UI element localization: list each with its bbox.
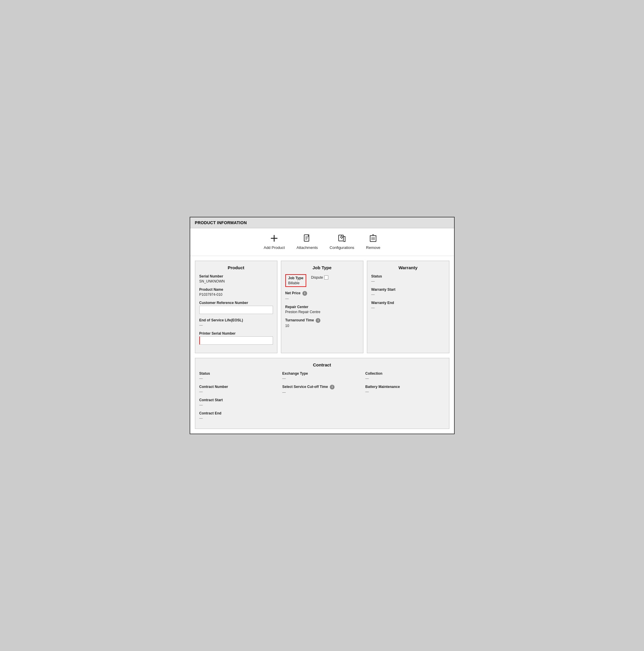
add-product-label: Add Product [263,245,285,250]
contract-section: Contract Status — Contract Number — Cont… [195,358,449,429]
service-cutoff-value: — [282,390,362,395]
contract-end-value: — [199,416,279,420]
configurations-icon [338,234,346,244]
turnaround-value: 10 [285,324,359,328]
job-type-row: Job Type Billable Dispute [285,274,359,287]
repair-center-label: Repair Center [285,305,359,309]
product-name-field: Product Name P1037974-010 [199,287,273,297]
job-type-label: Job Type [288,276,303,280]
service-cutoff-info-icon: i [330,385,334,390]
add-product-icon [270,234,278,244]
printer-serial-label: Printer Serial Number [199,331,273,336]
turnaround-field: Turnaround Time i 10 [285,318,359,328]
contract-col-2: Exchange Type — Select Service Cut-off T… [282,371,362,425]
section-title: PRODUCT INFORMATION [195,220,247,225]
warranty-panel: Warranty Status — Warranty Start — Warra… [367,261,449,353]
svg-point-8 [341,236,343,238]
battery-maintenance-value: — [365,390,445,394]
repair-center-field: Repair Center Preston Repair Centre [285,305,359,314]
add-product-button[interactable]: Add Product [263,234,285,250]
job-type-panel-title: Job Type [285,265,359,270]
product-panel: Product Serial Number SN_UNKNOWN Product… [195,261,278,353]
warranty-end-value: — [371,306,445,310]
product-panel-title: Product [199,265,273,270]
serial-number-field: Serial Number SN_UNKNOWN [199,274,273,283]
net-price-info-icon: i [302,291,307,296]
customer-reference-field: Customer Reference Number [199,301,273,314]
warranty-status-field: Status — [371,274,445,283]
remove-label: Remove [366,245,380,250]
battery-maintenance-label: Battery Maintenance [365,385,445,389]
contract-number-value: — [199,390,279,394]
warranty-start-field: Warranty Start — [371,287,445,297]
product-information-container: PRODUCT INFORMATION Add Product [190,217,455,434]
contract-status-label: Status [199,371,279,376]
eosl-label: End of Service Life(EOSL) [199,318,273,322]
dispute-label: Dispute [311,275,323,280]
warranty-panel-title: Warranty [371,265,445,270]
service-cutoff-field: Select Service Cut-off Time i — [282,385,362,395]
warranty-end-label: Warranty End [371,301,445,305]
serial-number-label: Serial Number [199,274,273,278]
customer-reference-label: Customer Reference Number [199,301,273,305]
contract-col-1: Status — Contract Number — Contract Star… [199,371,279,425]
net-price-field: Net Price i — [285,291,359,301]
contract-end-field: Contract End — [199,411,279,420]
attachments-label: Attachments [296,245,318,250]
battery-maintenance-field: Battery Maintenance — [365,385,445,394]
contract-status-value: — [199,376,279,380]
job-type-value: Billable [288,281,303,285]
collection-label: Collection [365,371,445,376]
customer-reference-input[interactable] [199,306,273,314]
eosl-field: End of Service Life(EOSL) — [199,318,273,327]
job-type-highlight-box[interactable]: Job Type Billable [285,274,307,287]
product-name-label: Product Name [199,287,273,291]
job-type-panel: Job Type Job Type Billable Dispute [281,261,363,353]
contract-start-field: Contract Start — [199,398,279,407]
turnaround-info-icon: i [316,318,320,323]
printer-serial-field: Printer Serial Number [199,331,273,345]
turnaround-label: Turnaround Time i [285,318,359,323]
printer-serial-input[interactable] [199,336,273,345]
contract-end-label: Contract End [199,411,279,415]
exchange-type-value: — [282,376,362,380]
eosl-value: — [199,323,273,327]
attachments-icon [303,234,311,244]
remove-icon [369,234,377,244]
contract-start-label: Contract Start [199,398,279,402]
exchange-type-label: Exchange Type [282,371,362,376]
contract-start-value: — [199,403,279,407]
exchange-type-field: Exchange Type — [282,371,362,380]
contract-col-3: Collection — Battery Maintenance — [365,371,445,425]
net-price-label: Net Price i [285,291,359,296]
contract-number-field: Contract Number — [199,385,279,394]
warranty-status-label: Status [371,274,445,278]
content-area: Product Serial Number SN_UNKNOWN Product… [190,256,454,434]
warranty-start-label: Warranty Start [371,287,445,291]
dispute-field: Dispute [311,275,328,280]
net-price-value: — [285,297,359,301]
contract-title: Contract [199,362,445,367]
product-name-value: P1037974-010 [199,292,273,297]
configurations-label: Configurations [329,245,354,250]
warranty-start-value: — [371,292,445,297]
contract-grid: Status — Contract Number — Contract Star… [199,371,445,425]
info-panels: Product Serial Number SN_UNKNOWN Product… [195,261,449,353]
collection-field: Collection — [365,371,445,380]
section-header: PRODUCT INFORMATION [190,217,454,228]
contract-status-field: Status — [199,371,279,380]
toolbar: Add Product Attachments [190,228,454,256]
remove-button[interactable]: Remove [366,234,380,250]
configurations-button[interactable]: Configurations [329,234,354,250]
attachments-button[interactable]: Attachments [296,234,318,250]
service-cutoff-label: Select Service Cut-off Time i [282,385,362,390]
warranty-status-value: — [371,279,445,283]
dispute-checkbox[interactable] [324,275,328,280]
serial-number-value: SN_UNKNOWN [199,279,273,283]
collection-value: — [365,376,445,380]
repair-center-value: Preston Repair Centre [285,310,359,314]
contract-number-label: Contract Number [199,385,279,389]
warranty-end-field: Warranty End — [371,301,445,310]
job-type-field: Job Type Billable Dispute [285,274,359,287]
